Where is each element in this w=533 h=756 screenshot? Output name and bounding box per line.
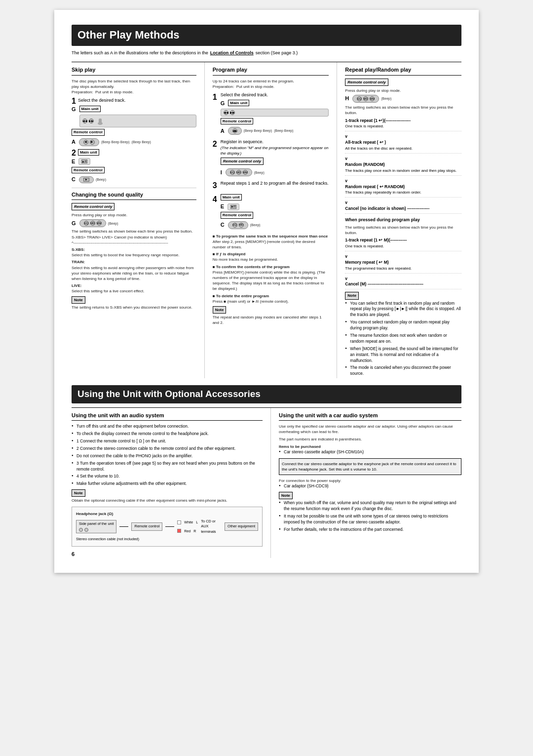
prog-note2-title: ■ If ƒ is displayed [213,251,329,257]
prog-note1-text: After step 2, press [MEMORY] (remote con… [213,239,329,250]
location-controls-label: Location of Controls [210,50,254,56]
prog-letter-a: A [221,127,225,135]
program-prep: Preparation: Put unit in stop mode. [213,84,329,89]
prog-remote-eq: EQ [232,223,237,228]
main-unit-device: ◀◀ ▶▶ [79,115,196,127]
prog-remote-btn: ◀▶ [232,128,237,133]
prog-step1-content: Select the desired track. G Main unit ◀◀… [221,92,329,136]
prog-step3-content: Repeat steps 1 and 2 to program all the … [221,180,329,191]
skip-main-unit-label: Main unit [79,106,101,112]
skip-letter-a: A [72,138,76,146]
repeat-option-1track: 1-track repeat (1 ↩)(------------------ … [345,118,461,132]
l-label: L [196,520,198,525]
prog-next: ▶▶ [230,110,235,115]
col-skip-play: Skip play The disc plays from the select… [72,62,196,378]
skip-play-desc: The disc plays from the selected track t… [72,79,196,89]
car-parts-note: The part numbers are indicated in parent… [279,437,461,442]
pressed-option-1track: 1-track repeat (1 ↩ M)(------------ One … [345,238,461,251]
car-note-label: Note [279,492,293,499]
skip-play-prep: Preparation: Put unit in stop mode. [72,89,196,95]
prog-step3-num: 3 [213,180,219,191]
program-play-title: Program play [213,66,329,75]
prog-letter-e2: E [221,203,224,210]
prog-step2-content: Register in sequence. (The indication "M… [221,139,329,178]
car-note: Note When you switch off the car, volume… [279,492,461,533]
col-repeat-play: Repeat play/Random play Remote control o… [337,62,461,378]
repeat-note-item-3: The resume function does not work when r… [345,333,461,345]
changing-sound-title: Changing the sound quality [72,191,196,200]
prog-step2-text: Register in sequence. [221,139,264,144]
items-label: Items to be purchased [279,444,461,449]
repeat-note-item-4: When [MODE] is pressed, the sound will b… [345,346,461,364]
prog-step2-device-row: I EQ MD MM (Beep) [221,168,329,176]
repeat-device-row: H EQ MD MM (Beep) [345,95,461,103]
car-audio-desc: Use only the specified car stereo casset… [279,424,461,435]
repeat-option-random: v Random (RANDOM) The tracks play once e… [345,156,461,176]
car-item-1: Car stereo cassette adaptor (SH-CDM10A) [279,449,461,455]
repeat-remote-only: Remote control only [345,79,388,86]
prog-play-pause: ▶/II [230,205,236,209]
repeat-title: Repeat play/Random play [345,66,461,75]
sxbs-label: S-XBS: [72,247,196,252]
intro-line: The letters such as A in the illustratio… [72,50,461,56]
headphone-jack-label: Headphone jack (Ω) [76,511,258,517]
car-notes-list: When you switch off the car, volume and … [279,500,461,532]
prog-mem: MM [243,170,248,175]
when-pressed-text: The setting switches as shown below each… [345,225,461,236]
prog-remote-mode: MD [239,223,244,228]
skip-main-unit-row: G Main unit [72,106,196,113]
sound-note: Note The setting returns to S-XBS when y… [72,296,196,310]
prog-letter-c2: C [221,221,225,229]
prog-note2-text: No more tracks may be programmed. [213,257,329,262]
prog-prev: ◀◀ [224,110,228,115]
repeat-letter-h: H [345,95,349,102]
section2-title: Using the Unit with Optional Accessories [77,389,261,399]
side-panel-label: Side panel of the unit [79,521,114,527]
repeat-beep: (Beep) [381,96,391,101]
remote-play: ▶ [83,178,89,182]
audio-note-box: Note Obtain the optional connecting cabl… [72,489,263,503]
train-desc: Select this setting to avoid annoying ot… [72,265,196,282]
unit-ports [79,528,114,532]
audio-note-2: To check the display connect the remote … [72,431,263,437]
prog-step4-content: Main unit E ▶/II Remote control C EQ MD [221,194,329,231]
prog-main-label2: Main unit [221,194,242,200]
repeat-eq: EQ [357,96,362,101]
prog-step2-num: 2 [213,139,219,178]
prog-remote-only: Remote control only [221,158,264,165]
repeat-note: Note You can select the first track in r… [345,292,461,377]
white-label: White [184,520,193,525]
remote-prev: ◀ [83,140,88,145]
changing-sound-section: Changing the sound quality Remote contro… [72,188,196,310]
prog-main-device: ◀◀ ▶▶ [221,109,329,117]
two-col-bottom: Using the unit with an audio system Turn… [72,407,461,558]
cable-label: Stereo connection cable (not included) [76,537,258,542]
skip-step2-remote-device: C ▶ (Beep) [72,176,196,183]
port2 [84,528,88,532]
prog-note1-title: ■ To program the same track in the seque… [213,234,329,239]
audio-note-1: Turn off this unit and the other equipme… [72,424,263,430]
car-note-3: For further details, refer to the instru… [279,527,461,533]
audio-note-3: 1 Connect the remote control to [ Ω ] on… [72,438,263,444]
r-label: R [193,529,196,534]
skip-play-title: Skip play [72,66,196,75]
repeat-note-item-5: The mode is canceled when you disconnect… [345,365,461,377]
skip-letter-g: G [72,106,76,113]
program-step2: 2 Register in sequence. (The indication … [213,139,329,178]
prog-note-label: Note [213,306,227,314]
audio-note-4: 2 Connect the stereo connection cable to… [72,446,263,452]
live-desc: Select this setting for a live concert e… [72,288,196,294]
sxbs-desc: Select this setting to boost the low fre… [72,252,196,258]
remote-box: Remote control [131,522,162,531]
headphone-port [79,528,83,532]
play-pause-btn: ▶/II [81,159,87,163]
prog-notes: ■ To program the same track in the seque… [213,234,329,326]
beep1: (Beep Beep Beep) [101,140,130,145]
prog-step3-text: Repeat steps 1 and 2 to program all the … [221,181,329,186]
skip-remote-label: Remote control [72,129,105,135]
car-audio-title: Using the unit with a car audio system [279,412,461,421]
prog-beep2: (Beep Beep) [274,128,293,133]
prog-beep1: (Beep Beep Beep) [244,128,272,133]
audio-diagram: Headphone jack (Ω) Side panel of the uni… [72,507,263,547]
pressed-option-cancel: v Cancel (M) ---------------------------… [345,276,461,290]
